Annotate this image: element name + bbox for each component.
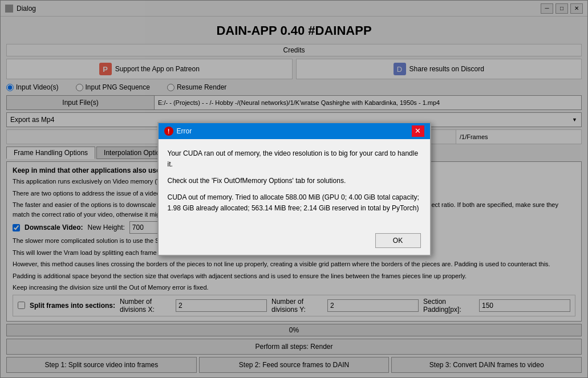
ok-button[interactable]: OK <box>375 233 421 248</box>
modal-message2: Check out the 'Fix OutOfMemory Options' … <box>168 176 421 186</box>
modal-close-button[interactable]: ✕ <box>412 125 424 137</box>
modal-body: Your CUDA ran out of memory, the video r… <box>159 139 430 229</box>
modal-message3: CUDA out of memory. Tried to allocate 58… <box>168 192 421 214</box>
modal-title-bar: ! Error ✕ <box>159 123 430 139</box>
modal-message1: Your CUDA ran out of memory, the video r… <box>168 148 421 170</box>
modal-title: Error <box>177 127 192 135</box>
modal-title-left: ! Error <box>164 127 192 136</box>
modal-overlay: ! Error ✕ Your CUDA ran out of memory, t… <box>0 0 588 378</box>
error-icon: ! <box>164 127 173 136</box>
error-modal: ! Error ✕ Your CUDA ran out of memory, t… <box>157 122 431 257</box>
modal-footer: OK <box>159 229 430 255</box>
